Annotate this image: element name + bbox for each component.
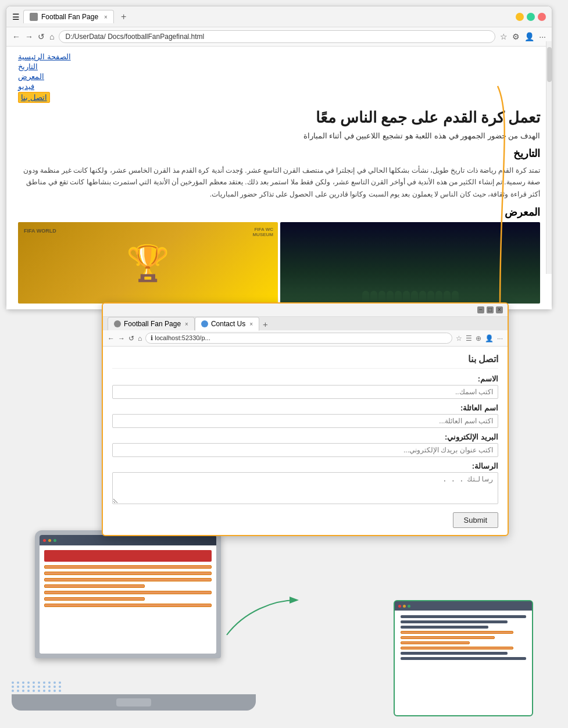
inner-minimize-btn[interactable]: −: [477, 306, 484, 313]
contact-form-area: اتصل بنا الاسم: اسم العائلة: البريد الإل…: [103, 347, 508, 535]
inner-tab1-label: Football Fan Page: [124, 320, 181, 328]
submit-button[interactable]: Submit: [453, 512, 498, 528]
outer-main-title: تعمل كرة القدم على جمع الناس معًا: [18, 109, 540, 127]
outer-more-icon[interactable]: ···: [539, 32, 546, 41]
brb-dot-3: [408, 605, 410, 608]
inner-close-btn[interactable]: ×: [496, 306, 503, 313]
inner-win-controls: − □ ×: [477, 306, 503, 313]
green-arrow-svg: [198, 588, 314, 647]
inner-profile-icon[interactable]: 👤: [485, 334, 494, 342]
laptop-content-header-bar: [44, 550, 212, 562]
name-input[interactable]: [112, 385, 498, 399]
laptop-line-7: [44, 604, 212, 607]
inner-tab-contact[interactable]: Contact Us ×: [195, 317, 259, 331]
outer-win-controls: [516, 13, 546, 21]
inner-tab2-close[interactable]: ×: [249, 321, 253, 327]
laptop-screen-inner: [40, 535, 216, 654]
laptop-base: [12, 694, 256, 711]
outer-tab-close[interactable]: ×: [104, 14, 108, 20]
name-label: الاسم:: [112, 374, 498, 383]
inner-url-text: localhost:52330/p...: [155, 334, 210, 341]
outer-add-tab-btn[interactable]: +: [117, 10, 130, 23]
inner-url-display[interactable]: ℹ localhost:52330/p...: [145, 333, 452, 344]
inner-share-icon[interactable]: ⊕: [476, 334, 481, 342]
gallery-stadium-image: [280, 222, 540, 304]
inner-tab1-close[interactable]: ×: [185, 321, 188, 327]
brb-orange-4: [401, 647, 513, 650]
laptop-line-6: [44, 597, 145, 601]
brb-dot-2: [403, 605, 406, 608]
inner-add-tab-btn[interactable]: +: [259, 318, 272, 330]
nav-link-contact[interactable]: اتصل بنا: [18, 92, 50, 103]
laptop-line-1: [44, 565, 212, 569]
message-textarea[interactable]: [112, 472, 498, 504]
nav-link-gallery[interactable]: المعرض: [18, 72, 44, 81]
gallery-row: FIFA WORLD 🏆 FIFA WCMUSEUM: [18, 222, 540, 304]
inner-star-icon[interactable]: ☆: [456, 334, 462, 342]
message-label: الرسالة:: [112, 462, 498, 470]
laptop-line-2: [44, 572, 212, 575]
inner-read-icon[interactable]: ☰: [466, 334, 472, 342]
email-input[interactable]: [112, 443, 498, 457]
laptop-line-5: [44, 591, 212, 594]
inner-refresh-btn[interactable]: ↺: [128, 334, 134, 342]
inner-home-btn[interactable]: ⌂: [138, 334, 142, 342]
outer-minimize-btn[interactable]: [516, 13, 524, 21]
outer-url-display[interactable]: D:/UserData/ Docs/footballFanPagefinal.h…: [59, 30, 495, 43]
inner-titlebar: − □ ×: [103, 304, 508, 317]
inner-back-btn[interactable]: ←: [108, 334, 115, 342]
nav-link-home[interactable]: الصفحة الرئيسية: [18, 52, 71, 61]
email-label: البريد الإلكتروني:: [112, 433, 498, 441]
brb-line-3: [401, 626, 488, 629]
outer-refresh-btn[interactable]: ↺: [38, 32, 45, 41]
outer-addressbar: ← → ↺ ⌂ D:/UserData/ Docs/footballFanPag…: [6, 27, 552, 47]
outer-scrollbar-thumb: [547, 47, 552, 82]
brb-orange-1: [401, 631, 513, 634]
brb-content: [395, 611, 532, 715]
inner-tab2-label: Contact Us: [211, 320, 245, 328]
outer-profile-icon[interactable]: 👤: [524, 32, 534, 41]
laptop-dot-red: [43, 539, 46, 542]
nav-link-history[interactable]: التاريخ: [18, 62, 38, 71]
outer-addr-icons: ☆ ⚙ 👤 ···: [500, 32, 546, 41]
laptop-screen-content: [40, 545, 216, 654]
inner-addressbar: ← → ↺ ⌂ ℹ localhost:52330/p... ☆ ☰ ⊕ 👤 ·…: [103, 330, 508, 347]
inner-tab2-favicon: [201, 320, 208, 327]
outer-scrollbar[interactable]: [546, 41, 552, 274]
outer-tab-football[interactable]: Football Fan Page ×: [23, 10, 114, 23]
gallery-trophy-image: FIFA WORLD 🏆 FIFA WCMUSEUM: [18, 222, 278, 304]
brb-line-4: [401, 652, 508, 655]
history-body: تمتد كرة القدم رياضة ذات تاريخ طويل، نشأ…: [18, 165, 540, 200]
outer-maximize-btn[interactable]: [527, 13, 535, 21]
outer-star-icon[interactable]: ☆: [500, 32, 508, 41]
inner-more-icon[interactable]: ···: [497, 334, 503, 342]
outer-nav: الصفحة الرئيسية التاريخ المعرض فيديو اتص…: [18, 52, 540, 103]
nav-link-video[interactable]: فيديو: [18, 82, 34, 91]
gallery-section-title: المعرض: [18, 206, 540, 219]
brb-orange-2: [401, 636, 495, 639]
outer-browser-window: ☰ Football Fan Page × + ← → ↺ ⌂ D:/UserD…: [6, 6, 552, 310]
family-label: اسم العائلة:: [112, 404, 498, 412]
laptop-trackpad: [116, 698, 151, 706]
inner-forward-btn[interactable]: →: [118, 334, 125, 342]
outer-page-content: الصفحة الرئيسية التاريخ المعرض فيديو اتص…: [6, 47, 552, 309]
brb-header: [395, 601, 532, 611]
brb-line-2: [401, 620, 508, 623]
outer-tab-label: Football Fan Page: [41, 13, 98, 21]
inner-tab-bar: Football Fan Page × Contact Us × +: [103, 317, 508, 330]
laptop-line-4: [44, 584, 145, 588]
outer-back-btn[interactable]: ←: [12, 32, 20, 41]
inner-browser-window: − □ × Football Fan Page × Contact Us × +…: [102, 302, 509, 536]
inner-tab1-favicon: [114, 320, 121, 327]
outer-forward-btn[interactable]: →: [25, 32, 33, 41]
outer-close-btn[interactable]: [538, 13, 546, 21]
outer-settings-icon[interactable]: ⚙: [512, 32, 520, 41]
laptop-dot-green: [53, 539, 56, 542]
family-input[interactable]: [112, 414, 498, 428]
history-section-title: التاريخ: [18, 147, 540, 160]
bottom-right-box: [394, 600, 533, 716]
laptop-content-lines: [44, 565, 212, 607]
inner-tab-football[interactable]: Football Fan Page ×: [108, 317, 195, 330]
inner-maximize-btn[interactable]: □: [487, 306, 494, 313]
outer-home-btn[interactable]: ⌂: [49, 32, 54, 41]
